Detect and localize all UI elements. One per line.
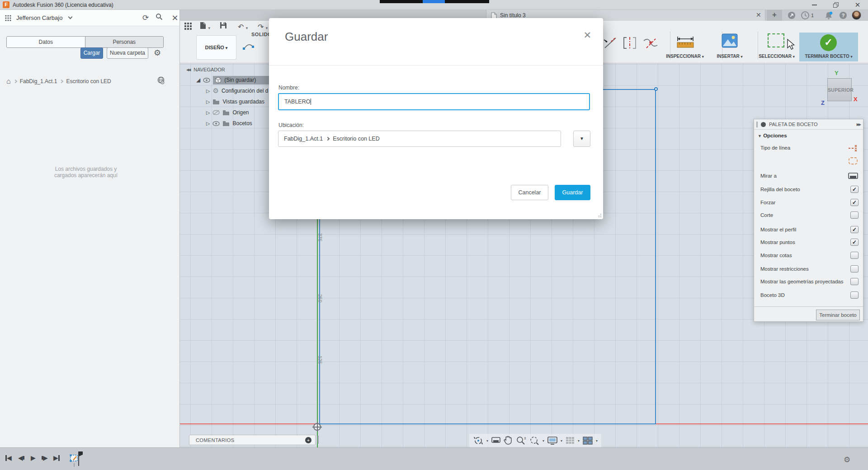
close-panel-icon[interactable]: ✕ <box>170 13 180 23</box>
user-avatar[interactable] <box>852 10 861 20</box>
eye-visible-icon[interactable] <box>203 78 210 83</box>
timeline-sketch-marker[interactable] <box>68 451 86 469</box>
display-settings-icon[interactable] <box>547 436 558 445</box>
add-comment-icon[interactable]: + <box>305 437 311 443</box>
breadcrumb-item[interactable]: Escritorio con LED <box>66 78 111 85</box>
new-tab-button[interactable]: + <box>767 10 782 21</box>
breadcrumb-project[interactable]: FabDig_1.Act.1 <box>20 78 57 85</box>
mirror-tool-icon[interactable] <box>622 36 637 50</box>
name-input[interactable]: TABLERO <box>278 93 590 110</box>
checkbox-puntos[interactable]: ✓ <box>850 239 859 246</box>
upload-button[interactable]: Cargar <box>80 47 103 59</box>
checkbox-corte[interactable]: ✓ <box>850 212 859 219</box>
dialog-resize-grip[interactable] <box>598 214 601 217</box>
checkbox-geometrias[interactable]: ✓ <box>850 278 859 285</box>
toolbar-group-seleccionar[interactable]: SELECCIONAR ▾ <box>758 54 796 59</box>
user-menu-chevron-icon[interactable] <box>68 15 73 19</box>
checkbox-boceto3d[interactable]: ✓ <box>850 291 859 299</box>
eye-hidden-icon[interactable] <box>212 110 220 115</box>
viewports-chevron-icon[interactable]: ▾ <box>596 439 598 443</box>
expanded-triangle-icon[interactable]: ◢ <box>196 77 200 83</box>
file-menu-button[interactable]: ▾ <box>200 22 210 31</box>
construction-rect-icon[interactable] <box>848 156 859 165</box>
redo-button[interactable]: ↷ ▾ <box>258 23 268 31</box>
fit-view-icon[interactable] <box>529 436 540 446</box>
orbit-icon[interactable] <box>473 436 484 446</box>
close-window-button[interactable]: ✕ <box>850 0 865 9</box>
comments-resize-grip[interactable] <box>317 436 319 444</box>
maximize-button[interactable] <box>828 0 844 9</box>
break-tool-icon[interactable] <box>643 36 658 51</box>
inspect-measure-icon[interactable] <box>676 35 694 49</box>
view-cube[interactable]: SUPERIOR <box>827 78 852 101</box>
collapsed-triangle-icon[interactable]: ▷ <box>206 88 210 94</box>
job-status-clock-icon[interactable] <box>800 11 810 20</box>
display-chevron-icon[interactable]: ▾ <box>561 439 562 443</box>
palette-section-opciones[interactable]: ▼ Opciones <box>758 133 787 138</box>
eye-visible-icon[interactable] <box>212 121 220 126</box>
select-tool-icon[interactable] <box>768 33 784 47</box>
minimize-button[interactable] <box>807 0 822 9</box>
collapsed-triangle-icon[interactable]: ▷ <box>206 99 210 105</box>
play-button[interactable]: ▶ <box>31 454 36 461</box>
search-icon[interactable] <box>156 13 165 23</box>
zoom-icon[interactable]: ± <box>515 436 526 446</box>
finish-sketch-button[interactable]: Terminar boceto <box>816 310 860 320</box>
refresh-icon[interactable]: ⟳ <box>141 13 151 23</box>
comments-bar[interactable]: COMENTARIOS + <box>189 435 316 445</box>
location-dropdown-button[interactable]: ▼ <box>573 131 590 147</box>
checkbox-cotas[interactable]: ✓ <box>850 252 859 259</box>
toolbar-group-insertar[interactable]: INSERTAR ▾ <box>716 54 744 59</box>
dialog-close-icon[interactable]: ✕ <box>583 30 591 41</box>
cancel-button[interactable]: Cancelar <box>511 185 548 200</box>
insert-image-icon[interactable] <box>722 33 738 48</box>
orbit-chevron-icon[interactable]: ▾ <box>486 439 488 443</box>
palette-drag-grip[interactable] <box>756 122 758 127</box>
design-workspace-dropdown[interactable]: DISEÑO ▾ <box>196 35 236 60</box>
app-grid-icon[interactable] <box>5 15 11 21</box>
location-input[interactable]: FabDig_1.Act.1 Escritorio con LED <box>278 131 561 147</box>
tab-datos[interactable]: Datos <box>7 37 85 47</box>
sketch-origin-point[interactable] <box>313 423 321 431</box>
timeline-settings-gear-icon[interactable]: ⚙ <box>844 455 850 465</box>
checkbox-perfil[interactable]: ✓ <box>850 226 859 233</box>
home-icon[interactable]: ⌂ <box>6 77 11 85</box>
notifications-bell-icon[interactable] <box>824 11 834 20</box>
collapse-panel-icon[interactable]: ◀◀ <box>186 68 190 72</box>
skip-to-start-button[interactable]: ◀ <box>5 454 12 461</box>
trim-tool-icon[interactable] <box>603 36 618 50</box>
finish-sketch-check-icon[interactable]: ✓ <box>820 34 837 51</box>
sketch-vertex-point[interactable] <box>654 87 658 91</box>
tab-personas[interactable]: Personas <box>85 37 164 47</box>
step-forward-button[interactable]: ▶ <box>42 454 48 461</box>
look-at-icon[interactable] <box>491 436 501 445</box>
close-tab-icon[interactable]: ✕ <box>756 11 761 19</box>
selected-item-highlight[interactable]: (Sin guardar) <box>213 76 271 85</box>
pan-hand-icon[interactable] <box>504 436 513 446</box>
data-panel-toggle-grid-icon[interactable] <box>184 23 192 30</box>
collapsed-triangle-icon[interactable]: ▷ <box>206 121 210 127</box>
save-button[interactable] <box>220 22 227 29</box>
new-folder-button[interactable]: Nueva carpeta <box>107 47 148 59</box>
look-at-icon[interactable] <box>848 172 859 181</box>
toolbar-group-inspeccionar[interactable]: INSPECCIONAR ▾ <box>665 54 705 59</box>
arc-tool-icon[interactable] <box>242 41 255 52</box>
save-button[interactable]: Guardar <box>555 185 590 200</box>
extensions-icon[interactable] <box>787 11 797 20</box>
grid-settings-icon[interactable] <box>565 436 575 445</box>
checkbox-forzar[interactable]: ✓ <box>850 199 859 206</box>
undo-button[interactable]: ↶ ▾ <box>238 23 248 31</box>
sketch-palette-header[interactable]: PALETA DE BOCETO ▶▶ <box>754 119 863 130</box>
user-name[interactable]: Jefferson Carbajo <box>16 14 62 21</box>
panel-settings-gear-icon[interactable]: ⚙ <box>154 48 161 58</box>
step-back-button[interactable]: ◀ <box>18 454 24 461</box>
help-icon[interactable]: ? <box>838 11 848 20</box>
expand-panel-icon[interactable]: ▶▶ <box>857 122 860 127</box>
collapsed-triangle-icon[interactable]: ▷ <box>206 110 210 116</box>
checkbox-restricciones[interactable]: ✓ <box>850 265 859 273</box>
web-link-globe-icon[interactable] <box>156 76 165 85</box>
skip-to-end-button[interactable]: ▶ <box>53 454 60 461</box>
viewports-icon[interactable] <box>582 436 593 445</box>
checkbox-rejilla[interactable]: ✓ <box>850 186 859 193</box>
fit-chevron-icon[interactable]: ▾ <box>542 439 544 443</box>
